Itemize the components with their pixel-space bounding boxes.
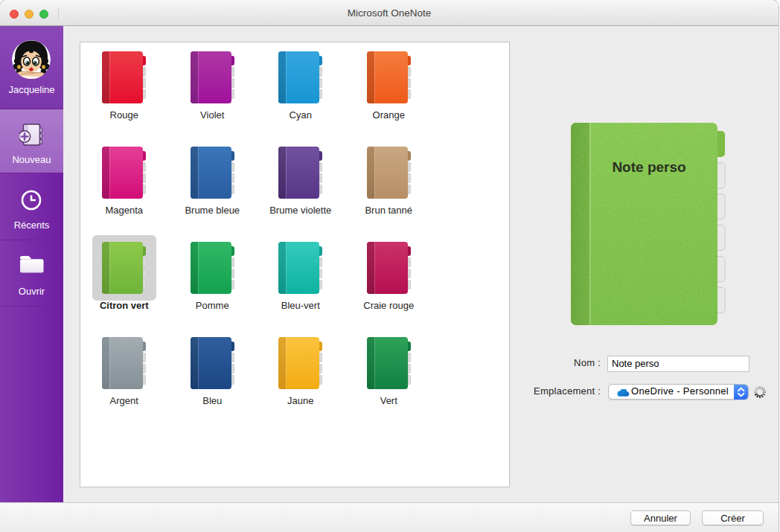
svg-text:Note perso: Note perso bbox=[612, 159, 685, 175]
